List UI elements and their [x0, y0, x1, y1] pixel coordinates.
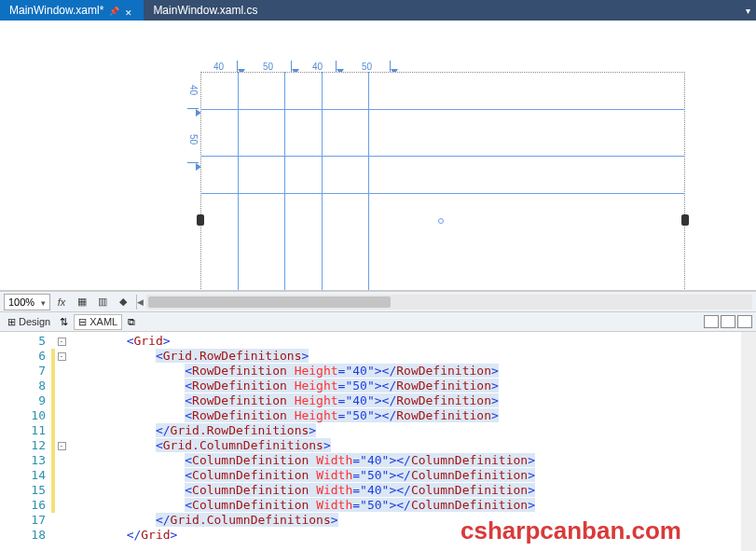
line-number: 8: [0, 379, 46, 393]
outlining-column: ---: [55, 332, 68, 551]
xaml-icon: [78, 316, 87, 328]
scroll-left-icon[interactable]: ◀: [133, 295, 146, 310]
code-line[interactable]: </Grid.RowDefinitions>: [68, 423, 756, 438]
zoom-combo[interactable]: 100%: [4, 294, 50, 310]
tab-mainwindow-xaml[interactable]: MainWindow.xaml*: [0, 0, 144, 21]
collapse-pane-button[interactable]: [737, 315, 752, 328]
code-line[interactable]: <Grid.RowDefinitions>: [68, 349, 756, 364]
resize-handle-left[interactable]: [197, 214, 204, 226]
fold-toggle: [55, 453, 68, 468]
swap-panes-button[interactable]: [60, 315, 68, 328]
line-number: 10: [0, 408, 46, 423]
code-line[interactable]: <Grid>: [68, 334, 756, 349]
grid-overlay: [200, 72, 685, 291]
code-line[interactable]: </Grid.ColumnDefinitions>: [68, 513, 756, 528]
grid-line: [284, 72, 285, 291]
line-number: 11: [0, 423, 46, 438]
document-tabbar: MainWindow.xaml* MainWindow.xaml.cs: [0, 0, 756, 21]
grid-line: [200, 193, 685, 194]
pin-icon[interactable]: [109, 4, 119, 17]
line-number: 5: [0, 334, 46, 349]
split-horizontal-button[interactable]: [721, 315, 735, 328]
resize-handle-right[interactable]: [681, 214, 689, 226]
xaml-editor[interactable]: 56789101112131415161718 --- <Grid> <Grid…: [0, 332, 756, 551]
code-line[interactable]: <RowDefinition Height="50"></RowDefiniti…: [68, 379, 756, 393]
line-number: 6: [0, 349, 46, 364]
center-marker-icon: [438, 218, 444, 224]
fold-toggle: [55, 393, 68, 408]
code-line[interactable]: <ColumnDefinition Width="50"></ColumnDef…: [68, 468, 756, 483]
line-number: 9: [0, 393, 46, 408]
xaml-label: XAML: [89, 316, 117, 327]
grid-line: [368, 72, 369, 291]
code-line[interactable]: <ColumnDefinition Width="40"></ColumnDef…: [68, 453, 756, 468]
design-tab[interactable]: Design: [4, 315, 54, 329]
fold-toggle: [55, 423, 68, 438]
fold-toggle[interactable]: -: [55, 334, 68, 349]
designer-toolbar: 100% fx ▦ ▥ ◆ ◀ ▶: [0, 291, 756, 311]
tab-label: MainWindow.xaml*: [9, 4, 103, 17]
fold-toggle: [55, 364, 68, 379]
code-line[interactable]: <RowDefinition Height="40"></RowDefiniti…: [68, 364, 756, 379]
horizontal-scrollbar[interactable]: ◀ ▶: [146, 295, 752, 310]
design-label: Design: [19, 316, 50, 327]
grid-line: [322, 72, 323, 291]
snap-lines-button[interactable]: ▥: [93, 294, 112, 310]
line-number: 17: [0, 513, 46, 528]
line-number: 18: [0, 528, 46, 543]
tab-mainwindow-xaml-cs[interactable]: MainWindow.xaml.cs: [144, 0, 267, 21]
line-number: 12: [0, 438, 46, 453]
grid-snap-button[interactable]: ▦: [73, 294, 91, 310]
line-number: 14: [0, 468, 46, 483]
fx-button[interactable]: fx: [52, 294, 71, 310]
split-orientation: [704, 315, 752, 328]
grid-line: [200, 109, 685, 110]
ruler-segment: 40: [187, 72, 199, 109]
code-body[interactable]: <Grid> <Grid.RowDefinitions> <RowDefinit…: [68, 332, 756, 551]
scroll-right-icon[interactable]: ▶: [752, 295, 756, 310]
code-line[interactable]: <RowDefinition Height="40"></RowDefiniti…: [68, 393, 756, 408]
ruler-segment: 50: [245, 61, 292, 72]
split-vertical-button[interactable]: [704, 315, 719, 328]
design-xaml-splitbar[interactable]: Design XAML: [0, 311, 756, 332]
line-number: 13: [0, 453, 46, 468]
tab-label: MainWindow.xaml.cs: [153, 4, 257, 17]
line-number: 7: [0, 364, 46, 379]
close-icon[interactable]: [125, 6, 134, 15]
code-line[interactable]: <Grid.ColumnDefinitions>: [68, 438, 756, 453]
fold-toggle: [55, 498, 68, 513]
fold-toggle[interactable]: -: [55, 349, 68, 364]
fold-toggle: [55, 468, 68, 483]
code-line[interactable]: <ColumnDefinition Width="50"></ColumnDef…: [68, 498, 756, 513]
fold-toggle: [55, 513, 68, 528]
tab-overflow-dropdown[interactable]: [743, 4, 752, 17]
fold-toggle: [55, 408, 68, 423]
grid-line: [238, 72, 239, 291]
code-line[interactable]: <ColumnDefinition Width="40"></ColumnDef…: [68, 483, 756, 498]
chevron-down-icon: [41, 296, 46, 308]
ruler-segment: 50: [187, 117, 199, 163]
line-number: 16: [0, 498, 46, 513]
tabbar-overflow: [743, 0, 756, 21]
grid-line: [200, 156, 685, 157]
popout-icon[interactable]: [128, 315, 135, 328]
line-number-gutter: 56789101112131415161718: [0, 332, 51, 551]
design-icon: [7, 316, 16, 328]
ruler-segment: 50: [344, 61, 391, 72]
toggle-artboard-button[interactable]: ◆: [114, 294, 132, 310]
ruler-segment: 40: [299, 61, 337, 72]
ruler-segment: 40: [200, 61, 238, 72]
code-line[interactable]: <RowDefinition Height="50"></RowDefiniti…: [68, 408, 756, 423]
designer-pane[interactable]: 40 50 40 50 40 50: [0, 21, 756, 291]
zoom-value: 100%: [8, 296, 34, 308]
xaml-tab[interactable]: XAML: [74, 314, 122, 330]
ruler-vertical: 40 50: [185, 72, 201, 171]
code-line[interactable]: </Grid>: [68, 528, 756, 543]
fold-toggle: [55, 379, 68, 393]
vertical-scrollbar[interactable]: [741, 332, 756, 551]
fold-toggle[interactable]: -: [55, 438, 68, 453]
fold-toggle: [55, 483, 68, 498]
fold-toggle: [55, 528, 68, 543]
scrollbar-thumb[interactable]: [148, 296, 391, 308]
line-number: 15: [0, 483, 46, 498]
